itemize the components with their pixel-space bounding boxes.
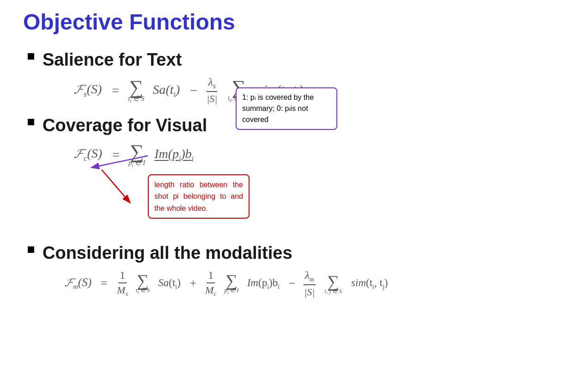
- sum-symbol-4: ∑ ti ∈ S: [136, 272, 150, 295]
- callout-red: length ratio between the shot pi belongi…: [148, 174, 250, 219]
- minus-sign-2: −: [289, 277, 295, 290]
- bullet-icon: [28, 53, 34, 60]
- sa-term-2: Sa(ti): [158, 277, 181, 291]
- plus-sign-1: +: [190, 277, 196, 290]
- sa-term: Sa(ti): [152, 82, 180, 99]
- equals-sign-2: =: [111, 147, 120, 162]
- bullet-icon-3: [28, 246, 34, 253]
- formula-coverage: 𝓕c(S) = ∑ pi ∈ I Im(pi)bi: [55, 142, 567, 168]
- minus-sign-1: −: [189, 83, 198, 98]
- page-title: Objective Functions: [23, 9, 567, 35]
- bullet-label-modalities: Considering all the modalities: [43, 242, 292, 264]
- fraction-lambda-s: λs |S|: [205, 76, 219, 105]
- formula-c-lhs: 𝓕c(S): [74, 146, 102, 163]
- sum-symbol-6: ∑ i, j ∈ S: [324, 273, 342, 294]
- bullet-label-salience: Salience for Text: [43, 49, 182, 71]
- callout-purple: 1: pᵢ is covered by the summary; 0: pᵢis…: [236, 87, 337, 130]
- sim-term-2: sim(ti, tj): [351, 277, 388, 291]
- section-modalities: Considering all the modalities 𝓕m(S) = 1…: [18, 242, 567, 298]
- sum-symbol-3: ∑ pi ∈ I: [128, 142, 145, 168]
- sum-symbol-5: ∑ pi ∈ I: [225, 272, 239, 295]
- bullet-icon-2: [28, 119, 34, 125]
- frac-1-ms: 1 Ms: [116, 269, 129, 298]
- im-bi-term: Im(pi)bi: [154, 147, 194, 163]
- equals-sign: =: [111, 83, 120, 98]
- frac-lambda-m: λm |S|: [303, 269, 316, 298]
- im-bi-term-2: Im(pi)bi: [247, 277, 280, 291]
- formula-modalities: 𝓕m(S) = 1 Ms ∑ ti ∈ S Sa(ti) + 1 Mc: [46, 269, 567, 298]
- sum-symbol-1: ∑ ti ∈ S: [128, 78, 144, 104]
- bullet-label-coverage: Coverage for Visual: [43, 114, 207, 137]
- frac-1-mc: 1 Mc: [204, 269, 218, 298]
- svg-line-1: [102, 170, 129, 202]
- formula-m-lhs: 𝓕m(S): [65, 276, 91, 291]
- section-coverage: Coverage for Visual 𝓕c(S) = ∑ pi ∈ I Im(…: [18, 114, 567, 167]
- formula-lhs: 𝓕s(S): [74, 82, 102, 99]
- equals-sign-3: =: [101, 277, 107, 290]
